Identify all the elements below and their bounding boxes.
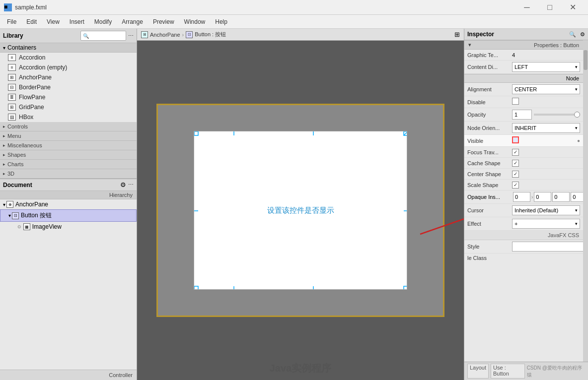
scale-shape-checkbox[interactable] [512,182,519,189]
library-item-accordion-empty[interactable]: ≡ Accordion (empty) [0,63,137,72]
menu-help[interactable]: Help [210,16,232,27]
cursor-value[interactable]: Inherited (Default) ▾ [512,205,580,215]
use-button-tab[interactable]: Use : Button [491,364,525,379]
document-settings-icon[interactable]: ⚙ [120,181,126,189]
threed-section-header[interactable]: ▸ 3D [0,169,137,179]
anchorpane-tree-icon: ⊕ [6,201,13,208]
alignment-value[interactable]: CENTER ▾ [512,84,580,94]
breadcrumb-separator: › [182,32,184,38]
opacity-input[interactable] [512,110,532,120]
scale-shape-value [512,181,580,189]
menu-file[interactable]: File [2,16,21,27]
menu-edit[interactable]: Edit [21,16,42,27]
cursor-dropdown[interactable]: Inherited (Default) ▾ [512,205,580,215]
center-shape-checkbox[interactable] [512,171,519,178]
library-item-hbox[interactable]: ▤ HBox [0,112,137,122]
node-orientation-dropdown[interactable]: INHERIT ▾ [512,123,580,133]
alignment-dropdown[interactable]: CENTER ▾ [512,84,580,94]
search-icon: 🔍 [83,33,89,39]
alignment-label: Alignment [467,86,512,92]
visible-row: Visible ● [464,135,583,147]
canvas-annotation-text: 设置该控件是否显示 [267,206,334,215]
opacity-slider[interactable] [534,114,580,116]
javafx-css-row[interactable]: JavaFX CSS [464,231,583,240]
breadcrumb: ⊞ AnchorPane › ⊡ Button : 按钮 [141,31,452,38]
node-orientation-value[interactable]: INHERIT ▾ [512,123,580,133]
node-section-label: Node [464,74,583,83]
content-display-row: Content Di... LEFT ▾ [464,61,583,74]
opaque-insets-right[interactable] [534,192,551,202]
main-layout: Library 🔍 ⋯ ▾ Containers ≡ Accordion ≡ A… [0,29,588,380]
inspector-search-icon[interactable]: 🔍 [569,31,576,38]
style-input[interactable] [512,242,583,252]
effect-dropdown[interactable]: + ▾ [512,219,580,229]
library-item-accordion[interactable]: ≡ Accordion [0,53,137,63]
hierarchy-button[interactable]: ▾ ⊡ Button 按钮 [0,209,137,222]
menu-section-header[interactable]: ▸ Menu [0,131,137,141]
hierarchy-anchorpane[interactable]: ▾ ⊕ AnchorPane [0,199,137,209]
menu-view[interactable]: View [42,16,65,27]
opaque-insets-top[interactable] [513,192,530,202]
library-item-anchorpane[interactable]: ⊞ AnchorPane [0,72,137,82]
containers-section-header[interactable]: ▾ Containers [0,43,137,53]
close-button[interactable]: ✕ [561,0,584,15]
svg-rect-0 [194,131,198,135]
opaque-insets-bottom[interactable] [552,192,570,202]
content-display-dropdown[interactable]: LEFT ▾ [512,62,580,72]
cursor-label: Cursor [467,207,512,213]
controls-section-header[interactable]: ▸ Controls [0,122,137,131]
inspector-scrollbar-thumb[interactable] [584,50,588,70]
effect-value[interactable]: + ▾ [512,219,580,229]
menu-modify[interactable]: Modify [89,16,117,27]
properties-section-label: Properties : Button [471,42,579,48]
opacity-value [512,110,580,120]
cache-shape-checkbox[interactable] [512,160,519,167]
inspector-scrollbar[interactable] [583,40,588,362]
menu-arrow: ▸ [3,133,5,138]
library-item-borderpane[interactable]: ⊟ BorderPane [0,82,137,92]
disable-label: Disable [467,99,512,105]
svg-rect-7 [194,286,198,289]
canvas-toolbar-icon[interactable]: ⊞ [454,31,460,38]
menu-arrange[interactable]: Arrange [117,16,148,27]
canvas-area: ⊞ AnchorPane › ⊡ Button : 按钮 ⊞ [137,29,464,380]
library-item-gridpane-label: GridPane [19,104,44,111]
opaque-insets-row: Opaque Ins... › [464,190,583,204]
disable-row: Disable [464,96,583,108]
disable-checkbox[interactable] [512,98,519,105]
library-search-box[interactable]: 🔍 [80,31,126,41]
effect-row: Effect + ▾ [464,217,583,231]
canvas-wrapper[interactable]: 设置该控件是否显示 Java实例程序 [137,41,464,380]
library-search-input[interactable] [89,33,124,39]
misc-section-header[interactable]: ▸ Miscellaneous [0,141,137,150]
breadcrumb-anchorpane[interactable]: AnchorPane [150,32,180,38]
breadcrumb-button[interactable]: Button : 按钮 [195,31,226,38]
library-settings-icon[interactable]: ⋯ [128,33,134,39]
alignment-row: Alignment CENTER ▾ [464,83,583,96]
accordion-icon: ≡ [8,54,16,61]
effect-label: Effect [467,221,512,227]
menu-preview[interactable]: Preview [148,16,179,27]
content-display-value[interactable]: LEFT ▾ [512,62,580,72]
layout-tab[interactable]: Layout [467,364,489,379]
menu-insert[interactable]: Insert [65,16,89,27]
document-menu-icon[interactable]: ⋯ [128,182,134,188]
library-item-gridpane[interactable]: ⊞ GridPane [0,102,137,112]
shapes-section-header[interactable]: ▸ Shapes [0,150,137,160]
menu-window[interactable]: Window [179,16,211,27]
app-icon: ■ [4,3,12,11]
charts-section-header[interactable]: ▸ Charts [0,160,137,169]
inspector-settings-icon[interactable]: ⚙ [580,31,585,38]
hierarchy-imageview[interactable]: ⊙ ▦ ImageView [0,222,137,232]
visible-value [512,136,575,145]
center-shape-row: Center Shape [464,169,583,180]
misc-section-label: Miscellaneous [7,142,42,148]
opaque-insets-left[interactable] [571,192,583,202]
visible-checkbox[interactable] [512,136,519,143]
node-orientation-selected: INHERIT [514,125,536,131]
focus-trav-checkbox[interactable] [512,149,519,156]
minimize-button[interactable]: ─ [515,0,538,15]
library-item-flowpane[interactable]: ≣ FlowPane [0,92,137,102]
opacity-slider-thumb [574,112,580,118]
maximize-button[interactable]: □ [538,0,561,15]
